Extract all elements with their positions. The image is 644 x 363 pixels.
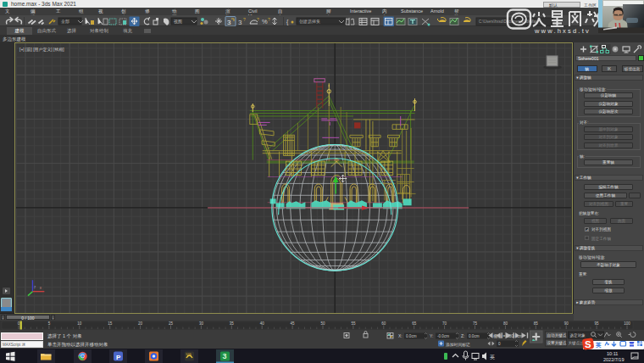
- svg-text:45: 45: [291, 321, 296, 326]
- svg-text:2022/7/19: 2022/7/19: [603, 357, 624, 362]
- svg-text:95: 95: [595, 321, 600, 326]
- svg-text:P: P: [116, 354, 121, 361]
- svg-text:全部: 全部: [61, 19, 69, 25]
- svg-text:{: {: [286, 19, 289, 25]
- svg-text:x: x: [40, 286, 42, 290]
- svg-text:100: 100: [624, 321, 630, 326]
- svg-text:30: 30: [199, 321, 204, 326]
- svg-text:创建选择集: 创建选择集: [299, 19, 320, 25]
- svg-text:15: 15: [108, 321, 113, 326]
- svg-text:90: 90: [564, 321, 569, 326]
- svg-text:10: 10: [77, 321, 82, 326]
- svg-text:75: 75: [473, 321, 478, 326]
- svg-text:55: 55: [351, 321, 356, 326]
- svg-text:添加时间标记: 添加时间标记: [446, 342, 470, 348]
- svg-text:80: 80: [503, 321, 508, 326]
- svg-text:35: 35: [230, 321, 235, 326]
- svg-text:3: 3: [223, 352, 227, 360]
- svg-text:0.0cm: 0.0cm: [406, 334, 417, 338]
- svg-text:?: ?: [243, 17, 246, 22]
- svg-text:10:11: 10:11: [607, 351, 618, 356]
- svg-text:20: 20: [138, 321, 143, 326]
- svg-text:[+] [前] [用户定义] [线框]: [+] [前] [用户定义] [线框]: [19, 46, 64, 52]
- svg-text:0.0cm: 0.0cm: [469, 334, 480, 338]
- svg-text:60: 60: [381, 321, 386, 326]
- svg-text:70: 70: [442, 321, 447, 326]
- svg-text:85: 85: [534, 321, 539, 326]
- svg-text:英: 英: [490, 354, 495, 360]
- svg-text:Y:: Y:: [430, 333, 433, 338]
- svg-text:3: 3: [227, 18, 231, 25]
- svg-text:?: ?: [268, 17, 270, 22]
- svg-text:%: %: [262, 18, 268, 25]
- svg-text:3: 3: [238, 18, 242, 25]
- svg-text:?: ?: [257, 17, 259, 22]
- svg-text:-0.0cm: -0.0cm: [437, 334, 449, 338]
- svg-text:UG: UG: [186, 352, 192, 356]
- svg-text:25: 25: [169, 321, 174, 326]
- svg-text:50: 50: [320, 321, 325, 326]
- svg-text:Z:: Z:: [461, 333, 464, 338]
- svg-text:视图: 视图: [174, 19, 182, 25]
- svg-text:0: 0: [498, 342, 501, 346]
- svg-text:设置关键点: 设置关键点: [547, 340, 567, 346]
- svg-text:S: S: [585, 339, 591, 349]
- svg-text:英: 英: [595, 342, 602, 349]
- svg-text:65: 65: [412, 321, 417, 326]
- svg-text:40: 40: [260, 321, 265, 326]
- svg-text:www.hxsd.tv: www.hxsd.tv: [534, 27, 591, 35]
- svg-text:X:: X:: [398, 333, 402, 338]
